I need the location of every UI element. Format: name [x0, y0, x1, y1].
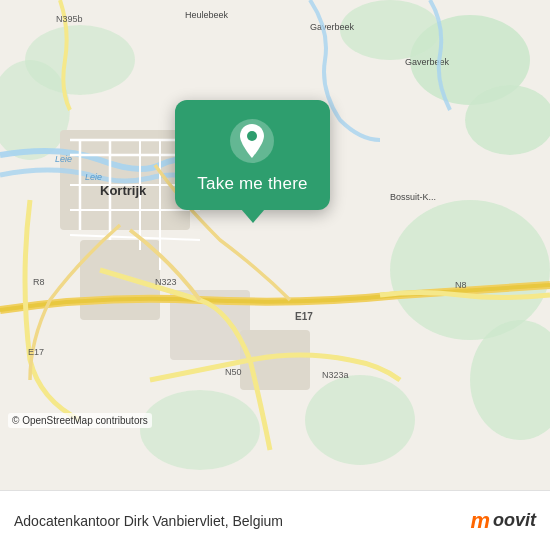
map-container: E17 N323 N8 N50 R8 E17 N395b N323a Kortr… [0, 0, 550, 490]
svg-text:Kortrijk: Kortrijk [100, 183, 147, 198]
svg-text:E17: E17 [295, 311, 313, 322]
location-name: Adocatenkantoor Dirk Vanbiervliet, Belgi… [14, 513, 283, 529]
popup-box[interactable]: Take me there [175, 100, 329, 210]
svg-point-9 [305, 375, 415, 465]
moovit-logo: m oovit [470, 508, 536, 534]
svg-text:Leie: Leie [85, 172, 102, 182]
svg-text:Gaverbeek: Gaverbeek [310, 22, 355, 32]
svg-point-30 [247, 131, 257, 141]
svg-text:N323a: N323a [322, 370, 349, 380]
svg-text:N395b: N395b [56, 14, 83, 24]
svg-text:Leie: Leie [55, 154, 72, 164]
take-me-there-button[interactable]: Take me there [197, 174, 307, 194]
location-pin-icon [229, 118, 275, 164]
attribution-text: © OpenStreetMap contributors [12, 415, 148, 426]
svg-text:Bossuit-K...: Bossuit-K... [390, 192, 436, 202]
svg-text:N8: N8 [455, 280, 467, 290]
popup-tail [241, 209, 265, 223]
svg-point-7 [25, 25, 135, 95]
svg-point-3 [340, 0, 440, 60]
svg-text:Heulebeek: Heulebeek [185, 10, 229, 20]
svg-point-4 [390, 200, 550, 340]
svg-text:N50: N50 [225, 367, 242, 377]
svg-text:N323: N323 [155, 277, 177, 287]
bottom-bar: Adocatenkantoor Dirk Vanbiervliet, Belgi… [0, 490, 550, 550]
svg-text:Gaverbeek: Gaverbeek [405, 57, 450, 67]
osm-attribution: © OpenStreetMap contributors [8, 413, 152, 428]
svg-text:R8: R8 [33, 277, 45, 287]
svg-text:E17: E17 [28, 347, 44, 357]
location-popup[interactable]: Take me there [155, 100, 350, 223]
moovit-logo-text: oovit [493, 510, 536, 531]
moovit-logo-letter: m [470, 508, 489, 534]
svg-point-8 [140, 390, 260, 470]
